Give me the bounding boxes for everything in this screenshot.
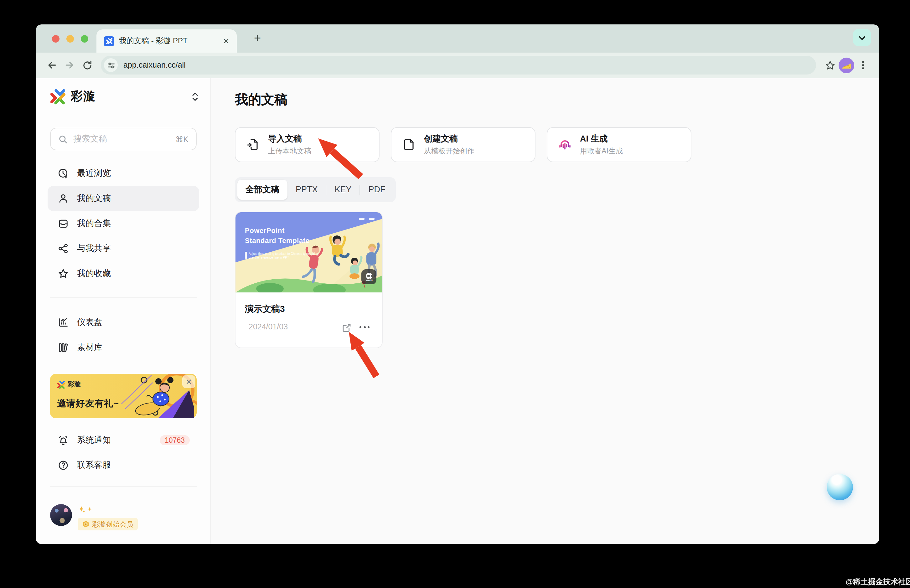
ai-generate-icon: [558, 138, 572, 152]
browser-tab[interactable]: 我的文稿 - 彩漩 PPT ✕: [97, 29, 237, 53]
action-subtitle: 从模板开始创作: [424, 147, 474, 156]
external-link-icon: [341, 323, 352, 333]
user-profile[interactable]: ✨✨ 彩漩创始会员: [50, 504, 138, 530]
import-doc-icon: [246, 138, 260, 152]
promo-close-button[interactable]: ✕: [182, 375, 196, 388]
sidebar-item-support[interactable]: 联系客服: [48, 453, 199, 478]
sidebar-item-notifications[interactable]: 系统通知 10763: [48, 428, 199, 453]
action-subtitle: 用歌者AI生成: [580, 147, 623, 156]
zoom-window-button[interactable]: [81, 35, 88, 43]
globe-icon: www: [364, 271, 374, 282]
browser-menu-button[interactable]: [854, 57, 872, 74]
thumbnail-title-line2: Standard Template: [245, 237, 310, 244]
sidebar-collapse-button[interactable]: [192, 92, 199, 101]
create-document-button[interactable]: 创建文稿 从模板开始创作: [391, 127, 535, 162]
window-controls: [52, 35, 88, 43]
tune-icon: [107, 61, 115, 69]
tab-pptx[interactable]: PPTX: [288, 180, 326, 200]
app-logo-text: 彩漩: [71, 88, 96, 105]
action-title: AI 生成: [580, 134, 623, 145]
dot: [368, 326, 370, 328]
site-info-button[interactable]: [104, 58, 118, 72]
invite-promo-banner[interactable]: 彩漩 邀请好友有礼~ ✕: [50, 374, 197, 418]
sidebar-item-dashboard[interactable]: 仪表盘: [48, 310, 199, 335]
sidebar-item-my-collections[interactable]: 我的合集: [48, 211, 199, 236]
forward-icon: [64, 60, 75, 71]
search-input[interactable]: 搜索文稿 ⌘K: [50, 128, 197, 150]
chevron-down-icon: [858, 34, 866, 42]
document-thumbnail[interactable]: PowerPoint Standard Template Adjust the …: [236, 212, 382, 292]
close-window-button[interactable]: [52, 35, 60, 43]
thumbnail-subtitle-bar: [245, 252, 247, 258]
user-name: ✨✨: [78, 506, 138, 514]
document-more-button[interactable]: [359, 326, 370, 328]
caixuan-logo-icon: [50, 89, 66, 104]
help-icon: [58, 460, 69, 471]
promo-logo: 彩漩: [57, 380, 81, 389]
sidebar-item-label: 我的收藏: [77, 268, 111, 279]
url-bar[interactable]: app.caixuan.cc/all: [101, 56, 816, 74]
cheese-avatar-icon: [839, 57, 854, 73]
page-content: 彩漩 搜索文稿 ⌘K 最近浏览: [36, 78, 879, 544]
ai-generate-button[interactable]: AI 生成 用歌者AI生成: [547, 127, 692, 162]
browser-window: 我的文稿 - 彩漩 PPT ✕ + app.caixu: [36, 24, 879, 544]
sidebar-item-my-favorites[interactable]: 我的收藏: [48, 261, 199, 286]
collection-icon: [58, 218, 69, 229]
document-card[interactable]: PowerPoint Standard Template Adjust the …: [235, 212, 383, 348]
import-document-button[interactable]: 导入文稿 上传本地文稿: [235, 127, 380, 162]
sidebar-item-label: 与我共享: [77, 243, 111, 254]
browser-toolbar: app.caixuan.cc/all: [36, 53, 879, 78]
sidebar-item-asset-library[interactable]: 素材库: [48, 335, 199, 360]
forward-button[interactable]: [61, 57, 78, 74]
sparkle-icon: [78, 506, 85, 514]
notification-count-badge: 10763: [160, 435, 190, 445]
open-document-button[interactable]: [341, 323, 352, 336]
back-button[interactable]: [43, 57, 61, 74]
url-text: app.caixuan.cc/all: [123, 61, 186, 69]
app-logo[interactable]: 彩漩: [50, 88, 199, 105]
browser-tabstrip: 我的文稿 - 彩漩 PPT ✕ +: [36, 24, 879, 53]
tab-all-documents[interactable]: 全部文稿: [238, 180, 288, 200]
sidebar-item-recent[interactable]: 最近浏览: [48, 161, 199, 186]
chevron-down-icon: [192, 97, 199, 101]
minimize-window-button[interactable]: [66, 35, 74, 43]
member-badge: 彩漩创始会员: [78, 518, 138, 530]
thumbnail-title-line1: PowerPoint: [245, 227, 284, 234]
action-subtitle: 上传本地文稿: [268, 147, 311, 156]
tab-close-icon[interactable]: ✕: [220, 36, 232, 47]
dot: [364, 326, 365, 328]
bookmark-button[interactable]: [821, 57, 839, 74]
page-title: 我的文稿: [235, 91, 288, 108]
thumbnail-subtitle: Adjust the spacing to adapt to Chinese t…: [245, 252, 319, 259]
action-cards: 导入文稿 上传本地文稿 创建文稿 从模板开始创作: [235, 127, 692, 162]
sidebar-item-label: 我的文稿: [77, 193, 111, 204]
member-badge-label: 彩漩创始会员: [92, 519, 133, 529]
sidebar-divider: [50, 486, 197, 486]
screen: 我的文稿 - 彩漩 PPT ✕ + app.caixu: [0, 0, 910, 588]
sidebar-item-label: 素材库: [77, 342, 102, 353]
browser-profile-avatar[interactable]: [839, 57, 854, 73]
create-doc-icon: [402, 138, 416, 152]
www-globe-badge: www: [361, 269, 377, 284]
star-icon: [58, 268, 69, 279]
window-chevron-button[interactable]: [853, 29, 871, 46]
sidebar-divider: [50, 297, 197, 298]
sidebar-item-shared-with-me[interactable]: 与我共享: [48, 236, 199, 261]
new-tab-button[interactable]: +: [249, 30, 265, 46]
sidebar-item-my-documents[interactable]: 我的文稿: [48, 186, 199, 211]
reload-icon: [82, 60, 92, 71]
tab-key[interactable]: KEY: [327, 180, 360, 200]
thumbnail-subtitle-line: use the reference line in PPT: [249, 255, 319, 259]
sidebar-nav-tools: 仪表盘 素材库: [48, 310, 199, 360]
action-title: 导入文稿: [268, 134, 311, 145]
vertical-dots-icon: [858, 60, 868, 70]
bell-icon: [58, 435, 69, 446]
reload-button[interactable]: [78, 57, 96, 74]
medal-icon: [82, 520, 90, 528]
assistant-sphere-widget[interactable]: [827, 474, 853, 500]
user-avatar[interactable]: [50, 504, 72, 526]
tab-favicon caixuan-logo-icon: [104, 36, 114, 46]
sparkle-icon: [86, 507, 93, 513]
tab-pdf[interactable]: PDF: [360, 180, 394, 200]
sidebar-item-label: 联系客服: [77, 460, 111, 471]
